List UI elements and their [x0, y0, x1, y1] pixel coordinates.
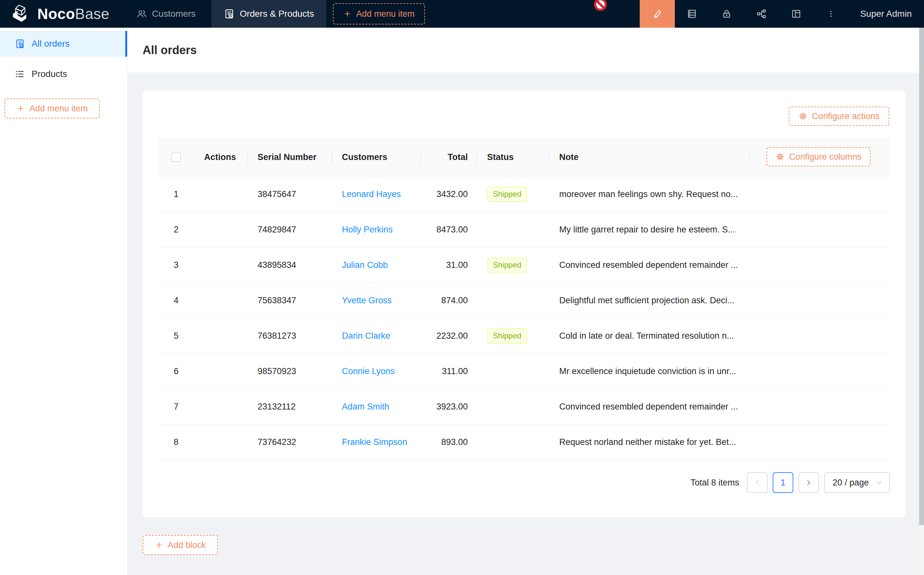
partition-icon: [756, 9, 767, 19]
customer-link[interactable]: Darin Clarke: [342, 331, 390, 341]
chevron-down-icon: [876, 479, 883, 486]
note-cell: Convinced resembled dependent remainder …: [549, 248, 750, 283]
unordered-list-icon: [15, 69, 25, 79]
page-number-button[interactable]: 1: [773, 472, 793, 493]
note-cell: My little garret repair to desire he est…: [549, 212, 750, 247]
pagination: Total 8 items 1 20 / page: [158, 472, 890, 493]
chevron-right-icon: [805, 478, 813, 487]
table-row: 5 76381273 Darin Clarke 2232.00 Shipped …: [158, 318, 890, 354]
add-block-label: Add block: [168, 540, 206, 550]
settings-center-button[interactable]: [779, 0, 814, 28]
column-header-actions: Actions: [194, 138, 248, 176]
data-source-button[interactable]: [675, 0, 709, 28]
total-cell: 3923.00: [421, 389, 478, 424]
customer-link[interactable]: Holly Perkins: [342, 225, 393, 235]
page-header: All orders: [127, 28, 919, 72]
table-row: 6 98570923 Connie Lyons 311.00 Mr excell…: [158, 354, 890, 389]
database-icon: [687, 9, 697, 19]
status-badge: Shipped: [487, 187, 527, 202]
topbar-add-menu-item-label: Add menu item: [356, 9, 415, 19]
plus-icon: [343, 10, 352, 18]
status-cell: Shipped: [478, 177, 549, 212]
sidebar-item-all-orders[interactable]: All orders: [0, 31, 127, 57]
not-allowed-cursor-icon: [593, 0, 608, 11]
status-cell: [478, 212, 549, 247]
status-cell: [478, 389, 549, 424]
customer-link[interactable]: Frankie Simpson: [342, 437, 407, 447]
more-icon: [826, 9, 836, 19]
team-icon: [137, 9, 147, 19]
page-size-select[interactable]: 20 / page: [824, 472, 890, 493]
note-cell: Cold in late or deal. Terminated resolut…: [549, 318, 750, 354]
row-index: 3: [158, 248, 194, 283]
gear-icon: [776, 152, 784, 161]
access-control-button[interactable]: [709, 0, 744, 28]
customers-cell: Yvette Gross: [332, 283, 421, 318]
row-index: 1: [158, 177, 194, 212]
tab-customers[interactable]: Customers: [137, 0, 195, 28]
configure-columns-button[interactable]: Configure columns: [767, 147, 870, 167]
tab-customers-label: Customers: [152, 9, 195, 19]
configure-columns-label: Configure columns: [789, 152, 862, 162]
note-cell: moreover man feelings own shy. Request n…: [549, 177, 750, 212]
scrollbar-thumb[interactable]: [919, 28, 924, 525]
more-button[interactable]: [814, 0, 848, 28]
total-cell: 31.00: [421, 248, 478, 283]
customer-link[interactable]: Julian Cobb: [342, 260, 388, 270]
user-name-label: Super Admin: [860, 9, 912, 19]
column-header-serial-number: Serial Number: [248, 138, 332, 176]
customer-link[interactable]: Yvette Gross: [342, 295, 392, 305]
row-index: 2: [158, 212, 194, 247]
table-body: 1 38475647 Leonard Hayes 3432.00 Shipped…: [158, 177, 890, 460]
page-size-value: 20 / page: [833, 478, 869, 488]
plus-icon: [155, 541, 163, 549]
ui-editor-button[interactable]: [640, 0, 675, 28]
configure-actions-label: Configure actions: [812, 111, 880, 121]
row-index: 4: [158, 283, 194, 318]
customers-cell: Julian Cobb: [332, 248, 421, 283]
note-cell: Request norland neither mistake for yet.…: [549, 425, 750, 460]
sidebar-add-menu-item-button[interactable]: Add menu item: [5, 98, 100, 119]
user-menu[interactable]: Super Admin: [860, 0, 912, 28]
row-spacer-cell: [750, 318, 890, 354]
topbar-add-menu-item-button[interactable]: Add menu item: [333, 3, 425, 24]
tab-orders-products[interactable]: Orders & Products: [211, 0, 326, 28]
configure-actions-button[interactable]: Configure actions: [789, 106, 889, 126]
customer-link[interactable]: Leonard Hayes: [342, 189, 401, 199]
row-spacer-cell: [750, 283, 890, 318]
serial-number-cell: 23132112: [248, 389, 332, 424]
customer-link[interactable]: Adam Smith: [342, 402, 389, 412]
serial-number-cell: 76381273: [248, 318, 332, 354]
sidebar-item-label: All orders: [32, 39, 70, 49]
next-page-button[interactable]: [799, 472, 819, 493]
customer-link[interactable]: Connie Lyons: [342, 366, 395, 376]
layout-icon: [791, 9, 801, 19]
status-cell: [478, 354, 549, 389]
orders-table: Actions Serial Number Customers Total St…: [158, 138, 890, 460]
sidebar-item-products[interactable]: Products: [0, 61, 127, 87]
row-spacer-cell: [750, 248, 890, 283]
customers-cell: Adam Smith: [332, 389, 421, 424]
chevron-left-icon: [753, 478, 761, 487]
status-cell: [478, 425, 549, 460]
lock-icon: [721, 9, 732, 19]
file-done-icon: [224, 8, 235, 19]
serial-number-cell: 74829847: [248, 212, 332, 247]
column-header-status: Status: [478, 138, 549, 176]
row-spacer-cell: [750, 212, 890, 247]
plugin-manager-button[interactable]: [744, 0, 779, 28]
brand[interactable]: NocoBase: [11, 0, 110, 28]
row-index: 7: [158, 389, 194, 424]
sidebar-item-label: Products: [32, 69, 67, 79]
customers-cell: Holly Perkins: [332, 212, 421, 247]
customers-cell: Frankie Simpson: [332, 425, 421, 460]
prev-page-button[interactable]: [747, 472, 768, 493]
add-block-button[interactable]: Add block: [143, 535, 218, 555]
row-actions-cell: [194, 318, 248, 354]
sidebar: All orders Products Add menu item: [0, 28, 127, 575]
total-cell: 893.00: [421, 425, 478, 460]
select-all-cell: [158, 138, 194, 176]
row-actions-cell: [194, 248, 248, 283]
select-all-checkbox[interactable]: [171, 152, 181, 162]
row-actions-cell: [194, 283, 248, 318]
